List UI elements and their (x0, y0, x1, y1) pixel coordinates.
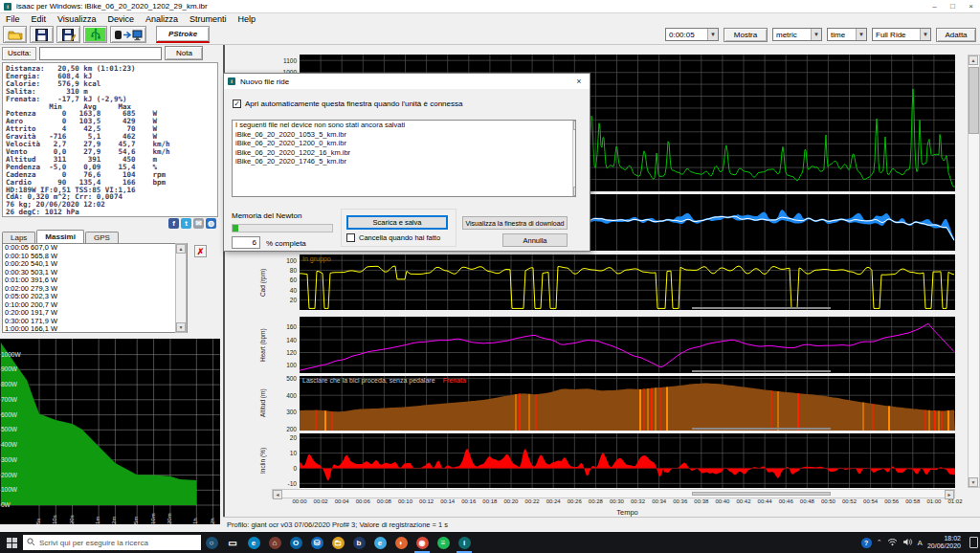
minimize-button[interactable]: – (925, 0, 944, 13)
volume-icon[interactable] (902, 538, 913, 548)
massimi-list[interactable]: 0:00:05 607,0 W0:00:10 565,8 W0:00:20 54… (2, 243, 188, 333)
xaxis-select[interactable]: time ▼ (827, 28, 867, 41)
taskbar-icon-internet-explorer[interactable]: e (369, 532, 390, 553)
scrollbar-thumb[interactable] (692, 492, 831, 496)
taskbar-icon-bing[interactable]: b (348, 532, 369, 553)
percent-field[interactable]: 6 (232, 236, 260, 249)
menu-device[interactable]: Device (101, 13, 140, 25)
close-button[interactable]: × (962, 0, 980, 13)
twitter-icon[interactable]: t (181, 218, 191, 229)
range-value: Full Ride (873, 31, 909, 39)
file-row[interactable]: iBike_06_20_2020_1746_5_km.ibr (233, 157, 575, 166)
mini-scroll-thumb[interactable] (692, 370, 831, 372)
file-row[interactable]: iBike_06_20_2020_1053_5_km.ibr (233, 130, 575, 140)
taskbar-icon-home[interactable]: ⌂ (264, 532, 285, 553)
menu-edit[interactable]: Edit (26, 13, 53, 25)
uscita-input[interactable] (39, 47, 162, 60)
scroll-up-icon[interactable]: ▲ (573, 121, 576, 130)
file-row[interactable]: I seguenti file nel device non sono stat… (233, 121, 575, 130)
plot-heart[interactable] (300, 317, 955, 373)
usb-connect-button[interactable] (83, 26, 107, 43)
pstroke-button[interactable]: PStroke (156, 26, 210, 43)
scroll-up-icon[interactable]: ▲ (176, 244, 186, 254)
file-list-scrollbar[interactable]: ▲ ▼ (572, 121, 576, 196)
internet-explorer-icon: e (374, 537, 387, 549)
chart-vertical-scrollbar[interactable]: ▲▼ (968, 55, 980, 488)
menu-visualizza[interactable]: Visualizza (52, 13, 101, 25)
mini-scroll-thumb[interactable] (692, 307, 831, 309)
range-select[interactable]: Full Ride ▼ (872, 28, 931, 41)
web-icon[interactable]: ◍ (206, 218, 216, 229)
taskbar-icon-firefox[interactable]: ◗ (390, 532, 412, 553)
auto-open-checkbox-row[interactable]: ✓ Apri automaticamente questa finestra q… (233, 100, 462, 108)
taskbar-icon-store[interactable]: ⛁ (306, 532, 327, 553)
visualizza-finestra-download-button[interactable]: Visualizza la finestra di download (462, 216, 568, 230)
save-button[interactable] (30, 26, 54, 43)
auto-open-checkbox[interactable]: ✓ (233, 100, 241, 108)
device-file-list[interactable]: ▲ ▼ I seguenti file nel device non sono … (232, 120, 576, 197)
scroll-left-icon[interactable]: ◄ (273, 490, 282, 499)
nota-button[interactable]: Nota (165, 46, 203, 60)
menu-analizza[interactable]: Analizza (140, 13, 184, 25)
adatta-button[interactable]: Adatta (936, 28, 976, 42)
mostra-button[interactable]: Mostra (724, 28, 768, 42)
taskbar-search[interactable]: Scrivi qui per eseguire la ricerca (23, 535, 201, 550)
taskbar-icon-isaac[interactable]: i (454, 532, 475, 553)
scrollbar-thumb[interactable] (969, 67, 979, 134)
tab-gps[interactable]: GPS (85, 232, 119, 243)
taskbar-icon-task-view[interactable]: ▭ (222, 532, 243, 553)
taskbar-icon-outlook[interactable]: O (285, 532, 306, 553)
social-share-row: ft✉◍ (168, 218, 216, 229)
clock-date: 20/06/2020 (927, 542, 961, 550)
scroll-right-icon[interactable]: ► (945, 490, 954, 499)
scroll-down-icon[interactable]: ▼ (969, 477, 978, 487)
maximize-button[interactable]: □ (944, 0, 962, 13)
menu-strumenti[interactable]: Strumenti (184, 13, 233, 25)
taskbar-clock[interactable]: 18:02 20/06/2020 (927, 535, 961, 550)
delete-lap-button[interactable]: ✗ (194, 245, 207, 257)
dialog-close-button[interactable]: × (568, 74, 590, 89)
percent-label: % completa (266, 239, 306, 248)
scroll-up-icon[interactable]: ▲ (969, 55, 978, 65)
help-icon[interactable]: ? (861, 538, 872, 548)
save-as-button[interactable] (56, 26, 80, 43)
taskbar-icon-spotify[interactable]: ≡ (433, 532, 454, 553)
scroll-down-icon[interactable]: ▼ (176, 322, 186, 332)
x-axis-label: 00:54 (860, 498, 881, 504)
download-to-pc-button[interactable] (110, 26, 146, 43)
plot-incline[interactable] (300, 433, 955, 488)
email-icon[interactable]: ✉ (193, 218, 204, 229)
tab-laps[interactable]: Laps (2, 232, 35, 243)
taskbar-icon-cortana[interactable]: ○ (201, 532, 222, 553)
delete-when-done-row[interactable]: Cancella quando hai fatto (346, 233, 440, 242)
taskbar-icon-chrome[interactable]: ◉ (412, 532, 433, 553)
taskbar-icon-file-explorer[interactable]: 🗀 (327, 532, 348, 553)
delete-when-done-checkbox[interactable] (346, 233, 355, 242)
units-select[interactable]: metric ▼ (772, 28, 822, 41)
start-button[interactable] (0, 532, 23, 553)
tab-massimi[interactable]: Massimi (36, 230, 84, 243)
annulla-button[interactable]: Annulla (502, 233, 568, 247)
list-item[interactable]: 1:00:00 166,1 W (3, 325, 187, 333)
search-placeholder: Scrivi qui per eseguire la ricerca (39, 539, 148, 547)
action-center-icon[interactable] (969, 537, 978, 548)
interval-select[interactable]: 0:00:05 ▼ (665, 28, 719, 41)
chart-horizontal-scrollbar[interactable]: ◄► (272, 489, 955, 498)
lang-indicator[interactable]: A (918, 539, 923, 547)
taskbar-icon-edge[interactable]: e (243, 532, 264, 553)
massimi-scrollbar[interactable]: ▲ ▼ (175, 243, 187, 333)
wifi-icon[interactable] (887, 538, 898, 548)
left-tabs: LapsMassimiGPS (2, 230, 120, 243)
scarica-e-salva-button[interactable]: Scarica e salva (346, 215, 448, 230)
file-row[interactable]: iBike_06_20_2020_1202_16_km.ibr (233, 148, 575, 158)
menu-file[interactable]: File (0, 13, 26, 25)
mini-scroll-thumb[interactable] (692, 428, 831, 430)
file-row[interactable]: iBike_06_20_2020_1200_0_km.ibr (233, 139, 575, 148)
chevron-up-icon[interactable]: ⌃ (877, 539, 882, 546)
plot-cadence[interactable] (300, 254, 955, 310)
pd-y-label: 0W (1, 502, 11, 508)
scroll-down-icon[interactable]: ▼ (573, 187, 576, 196)
facebook-icon[interactable]: f (168, 218, 179, 229)
open-file-button[interactable] (3, 26, 27, 43)
menu-help[interactable]: Help (232, 13, 261, 25)
